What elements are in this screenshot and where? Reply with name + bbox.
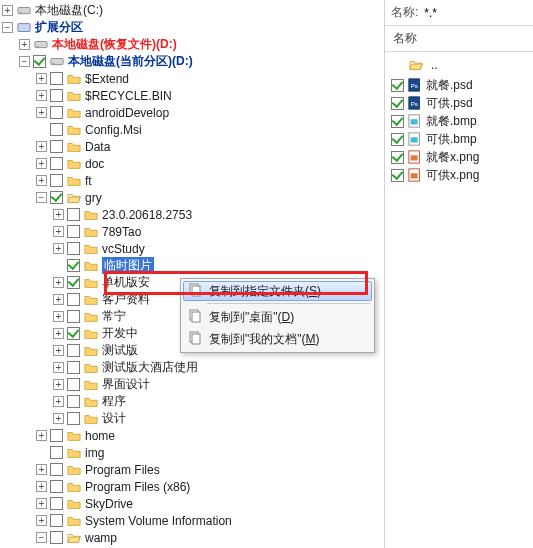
tree-node[interactable]: + 本地磁盘(恢复文件)(D:): [2, 36, 384, 53]
expander-icon[interactable]: +: [53, 379, 64, 390]
checkbox[interactable]: [67, 344, 80, 357]
expander-icon[interactable]: +: [53, 328, 64, 339]
checkbox[interactable]: [50, 174, 63, 187]
checkbox[interactable]: [50, 72, 63, 85]
tree-node[interactable]: + System Volume Information: [2, 512, 384, 529]
expander-icon[interactable]: +: [53, 311, 64, 322]
checkbox[interactable]: [67, 225, 80, 238]
list-item[interactable]: 可供x.png: [387, 166, 531, 184]
expander-icon[interactable]: +: [53, 209, 64, 220]
list-item[interactable]: 可供.bmp: [387, 130, 531, 148]
checkbox[interactable]: [67, 412, 80, 425]
checkbox[interactable]: [67, 242, 80, 255]
expander-icon[interactable]: +: [36, 107, 47, 118]
tree-node[interactable]: + SkyDrive: [2, 495, 384, 512]
list-item[interactable]: 可供.psd: [387, 94, 531, 112]
tree-node[interactable]: + 23.0.20618.2753: [2, 206, 384, 223]
tree-node[interactable]: + Program Files (x86): [2, 478, 384, 495]
tree-node[interactable]: − 本地磁盘(当前分区)(D:): [2, 53, 384, 70]
expander-icon[interactable]: +: [36, 141, 47, 152]
menu-item[interactable]: 复制到"桌面"(D): [183, 306, 372, 328]
tree-node[interactable]: + 789Tao: [2, 223, 384, 240]
tree-node[interactable]: + androidDevelop: [2, 104, 384, 121]
checkbox[interactable]: [391, 115, 404, 128]
tree-node[interactable]: 临时图片: [2, 257, 384, 274]
expander-icon[interactable]: +: [36, 90, 47, 101]
checkbox[interactable]: [391, 97, 404, 110]
checkbox[interactable]: [50, 123, 63, 136]
expander-icon[interactable]: +: [36, 464, 47, 475]
checkbox[interactable]: [391, 151, 404, 164]
checkbox[interactable]: [50, 480, 63, 493]
expander-icon[interactable]: +: [53, 226, 64, 237]
expander-icon[interactable]: +: [53, 396, 64, 407]
menu-item[interactable]: 复制到指定文件夹(S)...: [183, 281, 372, 301]
expander-icon[interactable]: +: [36, 515, 47, 526]
expander-icon[interactable]: +: [36, 158, 47, 169]
directory-tree[interactable]: + 本地磁盘(C:) − 扩展分区 + 本地磁盘(恢复文件)(D:) − 本地磁…: [0, 0, 384, 548]
expander-icon[interactable]: −: [19, 56, 30, 67]
expander-icon[interactable]: +: [53, 345, 64, 356]
checkbox[interactable]: [50, 514, 63, 527]
expander-icon[interactable]: +: [36, 73, 47, 84]
expander-icon[interactable]: +: [53, 277, 64, 288]
tree-node[interactable]: + Program Files: [2, 461, 384, 478]
checkbox[interactable]: [391, 79, 404, 92]
expander-icon[interactable]: +: [36, 481, 47, 492]
checkbox[interactable]: [391, 133, 404, 146]
tree-node[interactable]: + $RECYCLE.BIN: [2, 87, 384, 104]
checkbox[interactable]: [50, 140, 63, 153]
checkbox[interactable]: [50, 531, 63, 544]
tree-node[interactable]: + 设计: [2, 410, 384, 427]
checkbox[interactable]: [67, 361, 80, 374]
tree-node[interactable]: + Data: [2, 138, 384, 155]
tree-node[interactable]: + ft: [2, 172, 384, 189]
expander-icon[interactable]: +: [53, 362, 64, 373]
checkbox[interactable]: [67, 208, 80, 221]
checkbox[interactable]: [50, 497, 63, 510]
list-item[interactable]: ..: [387, 56, 531, 74]
checkbox[interactable]: [50, 157, 63, 170]
tree-node[interactable]: + home: [2, 427, 384, 444]
expander-icon[interactable]: +: [19, 39, 30, 50]
checkbox[interactable]: [67, 293, 80, 306]
tree-node[interactable]: + vcStudy: [2, 240, 384, 257]
checkbox[interactable]: [67, 310, 80, 323]
tree-node[interactable]: + 界面设计: [2, 376, 384, 393]
tree-node[interactable]: + 程序: [2, 393, 384, 410]
expander-icon[interactable]: −: [36, 532, 47, 543]
tree-node[interactable]: − gry: [2, 189, 384, 206]
expander-icon[interactable]: +: [53, 413, 64, 424]
expander-icon[interactable]: +: [2, 5, 13, 16]
expander-icon[interactable]: −: [2, 22, 13, 33]
expander-icon[interactable]: +: [36, 175, 47, 186]
expander-icon[interactable]: +: [53, 243, 64, 254]
checkbox[interactable]: [50, 89, 63, 102]
list-item[interactable]: 就餐.bmp: [387, 112, 531, 130]
column-header-name[interactable]: 名称: [385, 26, 533, 52]
tree-node[interactable]: Config.Msi: [2, 121, 384, 138]
tree-node[interactable]: + 测试版大酒店使用: [2, 359, 384, 376]
checkbox[interactable]: [50, 446, 63, 459]
checkbox[interactable]: [50, 106, 63, 119]
tree-node[interactable]: + doc: [2, 155, 384, 172]
checkbox[interactable]: [67, 327, 80, 340]
tree-node[interactable]: − wamp: [2, 529, 384, 546]
menu-item[interactable]: 复制到"我的文档"(M): [183, 328, 372, 350]
expander-icon[interactable]: −: [36, 192, 47, 203]
checkbox[interactable]: [67, 378, 80, 391]
context-menu[interactable]: 复制到指定文件夹(S)... 复制到"桌面"(D) 复制到"我的文档"(M): [180, 278, 375, 353]
list-item[interactable]: 就餐.psd: [387, 76, 531, 94]
checkbox[interactable]: [50, 463, 63, 476]
list-item[interactable]: 就餐x.png: [387, 148, 531, 166]
expander-icon[interactable]: +: [36, 498, 47, 509]
checkbox[interactable]: [391, 169, 404, 182]
checkbox[interactable]: [33, 55, 46, 68]
tree-node[interactable]: + $Extend: [2, 70, 384, 87]
expander-icon[interactable]: +: [53, 294, 64, 305]
expander-icon[interactable]: +: [36, 430, 47, 441]
tree-node[interactable]: − 扩展分区: [2, 19, 384, 36]
checkbox[interactable]: [67, 259, 80, 272]
tree-node[interactable]: + 本地磁盘(C:): [2, 2, 384, 19]
checkbox[interactable]: [50, 429, 63, 442]
